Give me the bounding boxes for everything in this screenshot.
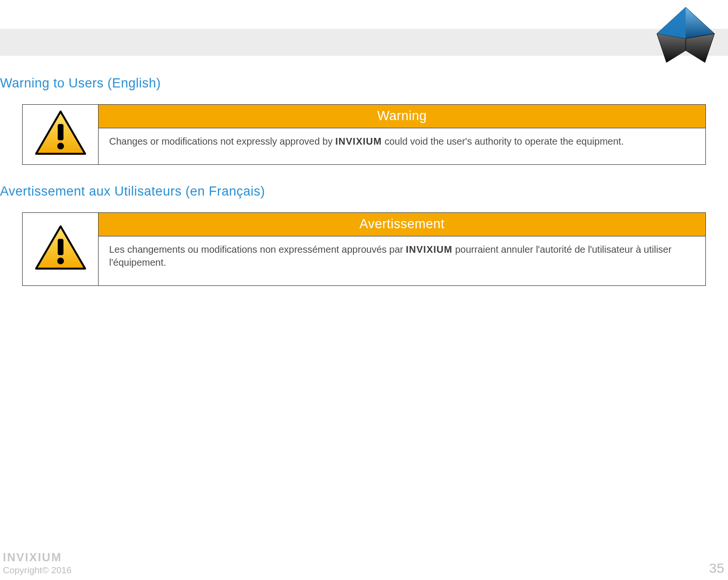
warning-title-bar: Warning [99,105,705,128]
warning-body-text: Changes or modifications not expressly a… [99,128,705,164]
brand-inline: INVIXIUM [406,244,452,255]
warning-triangle-icon [34,151,87,159]
svg-marker-1 [686,34,715,62]
page-content: Warning to Users (English) [0,76,728,305]
footer-brand: INVIXIUM [3,550,72,565]
svg-marker-2 [657,34,686,62]
warning-box-english: Warning Changes or modifications not exp… [22,104,706,165]
warning-text-cell: Avertissement Les changements ou modific… [99,213,706,286]
invixium-logo-icon [652,5,719,72]
svg-point-9 [57,258,64,264]
warning-icon-cell [23,105,99,165]
footer-copyright: Copyright© 2016 [3,565,72,576]
warning-text-cell: Warning Changes or modifications not exp… [99,105,706,165]
svg-rect-5 [58,124,63,140]
footer-left: INVIXIUM Copyright© 2016 [3,550,72,576]
body-post: could void the user's authority to opera… [382,136,624,147]
warning-triangle-icon [34,266,87,274]
heading-english: Warning to Users (English) [0,76,728,91]
warning-icon-cell [23,213,99,286]
page-number: 35 [709,561,724,576]
header-band [0,29,728,56]
page-footer: INVIXIUM Copyright© 2016 35 [0,550,728,576]
svg-point-6 [57,143,64,149]
warning-body-text: Les changements ou modifications non exp… [99,236,705,285]
body-pre: Changes or modifications not expressly a… [109,136,335,147]
svg-marker-3 [657,7,686,38]
body-pre: Les changements ou modifications non exp… [109,244,406,255]
heading-french: Avertissement aux Utilisateurs (en Franç… [0,184,728,199]
svg-rect-8 [58,239,63,255]
brand-inline: INVIXIUM [335,136,382,147]
warning-box-french: Avertissement Les changements ou modific… [22,212,706,286]
warning-title-bar: Avertissement [99,213,705,236]
